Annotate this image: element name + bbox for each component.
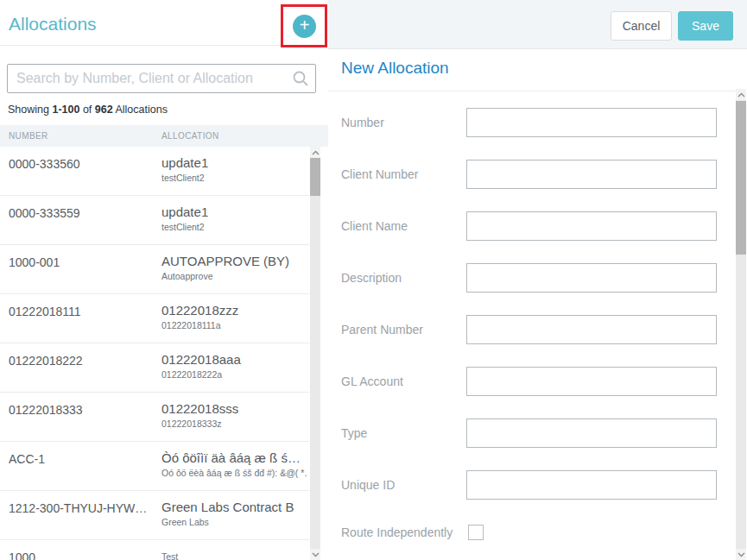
chevron-down-icon [312,552,320,557]
field-row-type: Type [328,418,736,448]
table-row[interactable]: 01222018333 01222018sss01222018333z [0,393,309,442]
table-row[interactable]: 01222018111 01222018zzz01222018111a [0,294,309,343]
field-label: Number [341,108,384,137]
field-label: Parent Number [341,315,423,344]
table-row[interactable]: 1000 Test [0,540,309,560]
row-client-name: Oó ôö ëèà âáą æ ß śš đđ #): &@( *… [161,468,307,478]
row-number: 1212-300-THYUJ-HYW… [9,501,157,515]
scroll-down-button[interactable] [736,549,746,560]
field-label: Unique ID [341,470,395,500]
field-row-unique-id: Unique ID [328,470,736,500]
number-field[interactable] [466,108,717,137]
scroll-down-button[interactable] [310,549,320,560]
client-name-field[interactable] [466,211,717,241]
row-number: 01222018222 [9,354,157,368]
row-allocation-name: Green Labs Contract B [161,500,307,514]
row-number: 0000-333559 [9,206,157,220]
column-header-allocation: ALLOCATION [161,131,219,141]
row-number: 1000 [9,551,157,560]
field-row-number: Number [328,108,736,137]
field-label: Type [341,418,367,448]
field-row-gl-account: GL Account [328,367,736,396]
cancel-button[interactable]: Cancel [611,11,672,41]
chevron-up-icon [312,150,320,155]
field-row-client-number: Client Number [328,160,736,189]
action-bar: Cancel Save [328,0,747,49]
form-title-divider [328,91,736,91]
row-allocation-name: Òó ôöîìï äà âáą æ ß śš… [161,450,307,465]
row-client-name: 01222018222a [161,369,307,380]
row-number: 01222018111 [9,305,157,318]
form-scrollbar[interactable] [736,89,746,560]
row-allocation-name: 01222018aaa [161,352,307,367]
search-input[interactable] [7,64,316,93]
description-field[interactable] [466,263,717,293]
field-row-description: Description [328,263,736,293]
row-client-name: Green Labs [161,517,307,527]
route-independently-checkbox[interactable] [468,525,484,540]
row-number: 1000-001 [9,255,157,269]
table-row[interactable]: 1212-300-THYUJ-HYW… Green Labs Contract … [0,491,309,540]
new-allocation-panel: Cancel Save New Allocation Number Client… [328,0,747,560]
row-client-name: testClient2 [161,173,307,183]
row-number: ACC-1 [9,452,157,466]
chevron-down-icon [738,552,745,557]
field-label: Client Name [341,211,408,241]
row-client-name: Autoapprove [161,271,307,281]
search-bar [7,64,316,93]
results-range: 1-100 [52,104,79,116]
row-client-name: testClient2 [161,222,307,232]
plus-icon: + [300,16,310,35]
table-row[interactable]: 01222018222 01222018aaa01222018222a [0,343,309,393]
chevron-up-icon [738,92,745,98]
allocations-list-panel: Allocations + Showing 1-100 of 962 Alloc… [0,0,328,560]
row-client-name: 01222018333z [161,418,307,429]
allocations-list: 0000-333560 update1testClient2 0000-3335… [0,147,309,560]
field-label: GL Account [341,367,403,396]
row-client-name: 01222018111a [161,320,307,330]
row-allocation-name: update1 [161,155,307,170]
list-scrollbar-thumb[interactable] [310,158,320,196]
unique-id-field[interactable] [466,470,717,500]
client-number-field[interactable] [466,160,717,189]
table-row[interactable]: 0000-333560 update1testClient2 [0,147,309,196]
form-title: New Allocation [341,59,449,78]
field-label: Route Independently [341,518,453,547]
type-field[interactable] [466,418,717,448]
table-row[interactable]: 0000-333559 update1testClient2 [0,196,309,245]
search-icon [292,70,309,91]
field-label: Client Number [341,160,418,189]
scroll-up-button[interactable] [310,147,320,158]
row-client-name: Test [161,551,307,560]
list-scrollbar[interactable] [310,147,320,560]
row-number: 0000-333560 [9,157,157,171]
allocations-screen: Allocations + Showing 1-100 of 962 Alloc… [0,0,747,560]
column-header-number: NUMBER [9,131,48,141]
row-allocation-name: 01222018sss [161,401,307,416]
table-row[interactable]: 1000-001 AUTOAPPROVE (BY)Autoapprove [0,245,309,294]
results-total: 962 [95,104,113,116]
add-allocation-button[interactable]: + [293,15,316,38]
results-summary: Showing 1-100 of 962 Allocations [8,104,168,116]
field-row-route-independently: Route Independently [328,518,736,547]
title-divider [0,45,328,46]
scroll-up-button[interactable] [736,89,746,100]
field-row-parent-number: Parent Number [328,315,736,344]
row-allocation-name: 01222018zzz [161,303,307,318]
row-allocation-name: AUTOAPPROVE (BY) [161,254,307,268]
field-row-client-name: Client Name [328,211,736,241]
parent-number-field[interactable] [466,315,717,344]
row-allocation-name: update1 [161,204,307,219]
row-number: 01222018333 [9,403,157,417]
field-label: Description [341,263,402,293]
save-button[interactable]: Save [678,11,733,41]
page-title: Allocations [9,14,97,35]
gl-account-field[interactable] [466,367,717,396]
form-scrollbar-thumb[interactable] [736,101,746,255]
table-row[interactable]: ACC-1 Òó ôöîìï äà âáą æ ß śš…Oó ôö ëèà â… [0,442,309,491]
table-header: NUMBER ALLOCATION [0,125,328,147]
